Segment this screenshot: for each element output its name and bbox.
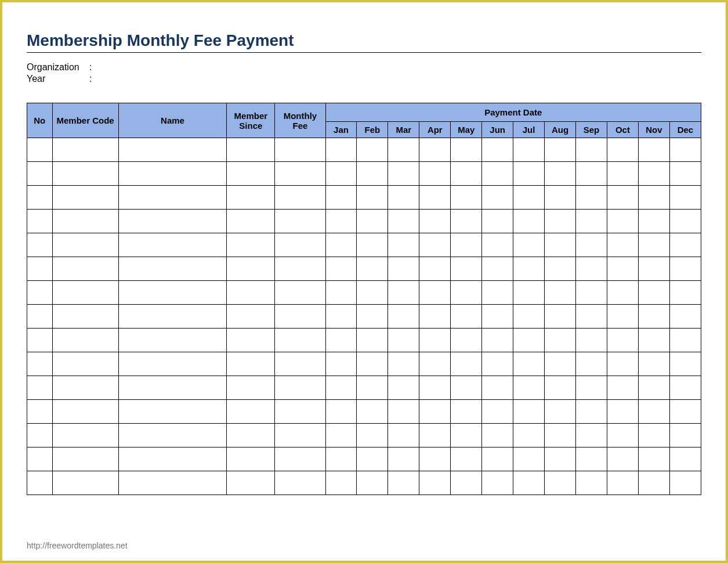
table-cell [52, 352, 118, 376]
table-cell [545, 424, 576, 447]
table-cell [638, 210, 669, 233]
table-cell [607, 186, 638, 210]
table-cell [482, 424, 513, 447]
table-cell [576, 447, 607, 471]
table-cell [482, 447, 513, 471]
table-cell [27, 447, 53, 471]
table-cell [325, 281, 357, 305]
table-cell [118, 447, 227, 471]
table-cell [275, 376, 325, 400]
table-cell [52, 305, 118, 329]
table-cell [388, 376, 419, 400]
table-cell [607, 471, 638, 495]
table-cell [325, 447, 357, 471]
table-cell [27, 186, 53, 210]
table-cell [576, 352, 607, 376]
table-cell [118, 424, 227, 447]
table-cell [27, 138, 53, 162]
table-cell [669, 471, 701, 495]
table-cell [227, 305, 275, 329]
table-cell [419, 210, 451, 233]
table-cell [545, 233, 576, 257]
table-cell [669, 329, 701, 352]
table-cell [638, 281, 669, 305]
table-cell [275, 305, 325, 329]
table-cell [545, 376, 576, 400]
table-cell [607, 352, 638, 376]
table-cell [118, 471, 227, 495]
table-cell [576, 424, 607, 447]
col-header-mar: Mar [388, 122, 419, 138]
table-cell [325, 210, 357, 233]
col-header-dec: Dec [669, 122, 701, 138]
table-cell [669, 281, 701, 305]
table-cell [227, 400, 275, 424]
table-cell [227, 352, 275, 376]
table-cell [275, 400, 325, 424]
table-cell [227, 233, 275, 257]
table-cell [607, 138, 638, 162]
table-cell [52, 471, 118, 495]
table-cell [27, 210, 53, 233]
table-cell [576, 138, 607, 162]
table-cell [482, 400, 513, 424]
table-cell [545, 305, 576, 329]
table-cell [118, 376, 227, 400]
table-row [27, 233, 701, 257]
table-cell [513, 233, 545, 257]
table-cell [52, 186, 118, 210]
table-cell [325, 352, 357, 376]
table-cell [545, 281, 576, 305]
table-cell [638, 424, 669, 447]
table-cell [227, 186, 275, 210]
table-cell [357, 352, 388, 376]
table-cell [388, 305, 419, 329]
col-header-jan: Jan [325, 122, 357, 138]
page-title: Membership Monthly Fee Payment [27, 31, 701, 50]
table-cell [52, 447, 118, 471]
table-cell [325, 329, 357, 352]
table-row [27, 186, 701, 210]
table-cell [451, 186, 482, 210]
table-cell [607, 281, 638, 305]
meta-block: Organization : Year : [27, 62, 701, 84]
table-row [27, 305, 701, 329]
col-header-feb: Feb [357, 122, 388, 138]
table-cell [638, 305, 669, 329]
table-cell [419, 138, 451, 162]
table-cell [419, 186, 451, 210]
colon: : [89, 74, 95, 84]
table-cell [52, 210, 118, 233]
table-cell [52, 281, 118, 305]
table-row [27, 257, 701, 281]
col-header-no: No [27, 103, 53, 138]
table-cell [451, 376, 482, 400]
table-cell [388, 281, 419, 305]
table-cell [388, 233, 419, 257]
table-cell [482, 186, 513, 210]
table-cell [118, 233, 227, 257]
table-cell [227, 281, 275, 305]
table-cell [227, 424, 275, 447]
table-cell [638, 186, 669, 210]
table-cell [275, 281, 325, 305]
table-cell [357, 162, 388, 186]
table-cell [451, 400, 482, 424]
table-cell [275, 447, 325, 471]
table-cell [27, 352, 53, 376]
table-cell [607, 233, 638, 257]
table-row [27, 376, 701, 400]
table-cell [227, 138, 275, 162]
table-cell [419, 257, 451, 281]
table-cell [357, 376, 388, 400]
table-cell [607, 400, 638, 424]
table-cell [638, 400, 669, 424]
table-cell [388, 257, 419, 281]
table-row [27, 329, 701, 352]
table-cell [513, 376, 545, 400]
table-cell [357, 471, 388, 495]
table-cell [638, 233, 669, 257]
table-cell [325, 233, 357, 257]
table-cell [325, 424, 357, 447]
table-cell [638, 352, 669, 376]
